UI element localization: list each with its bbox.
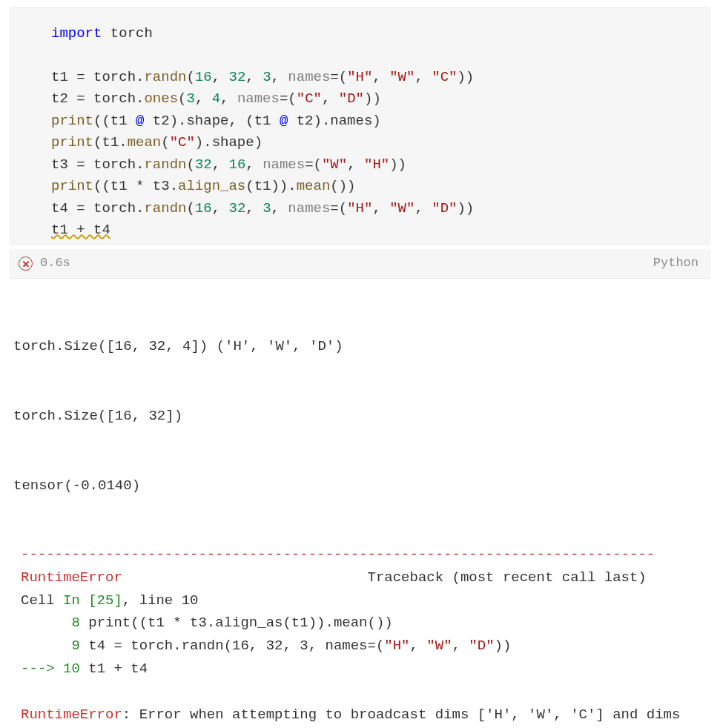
code-line[interactable]: t4 = torch.randn(16, 32, 3, names=("H", … [51,198,701,219]
token: @ [280,113,288,129]
code-line[interactable]: print((t1 * t3.align_as(t1)).mean()) [51,176,701,197]
traceback-blank [21,681,707,704]
kernel-name[interactable]: Python [653,254,698,273]
code-line[interactable]: t1 = torch.randn(16, 32, 3, names=("H", … [51,67,701,88]
token: , [271,200,288,216]
token: 3 [262,69,271,85]
token: )) [457,69,474,85]
token: ( [186,200,194,216]
token: "D" [432,200,457,216]
token: , [195,90,212,107]
traceback-msg: RuntimeError: Error when attempting to b… [21,704,707,728]
token: = [76,69,85,85]
token: , [372,69,389,85]
stdout-line: torch.Size([16, 32]) [13,405,710,428]
token: = [76,90,85,107]
token: "H" [347,69,372,85]
token: (t1. [93,134,128,150]
token: t2 [51,90,76,107]
token: , [212,156,229,173]
token: = [76,200,85,216]
code-line[interactable]: t3 = torch.randn(32, 16, names=("W", "H"… [51,154,701,176]
token: 32 [229,200,246,216]
token: t1 [51,69,76,85]
stdout-line: torch.Size([16, 32, 4]) ('H', 'W', 'D') [13,335,710,358]
token: )) [364,90,381,107]
token: mean [297,178,331,194]
token: "H" [364,156,389,173]
traceback-output: ----------------------------------------… [21,543,707,728]
token: names [262,156,305,173]
traceback-header: RuntimeError Traceback (most recent call… [21,566,707,589]
token: t4 [51,200,76,216]
traceback-cell: Cell In [25], line 10 [21,589,707,612]
token: "C" [297,90,322,107]
token: align_as [178,178,245,194]
token: torch. [85,200,145,216]
traceback-line-8: 8 print((t1 * t3.align_as(t1)).mean()) [21,612,707,635]
token: = [76,156,85,173]
code-line[interactable]: t1 + t4 [51,219,701,241]
token: , [220,90,237,107]
token: ones [144,90,178,107]
token: torch [110,25,153,42]
token: "H" [347,200,372,216]
token: , [245,156,262,173]
token: "W" [322,156,347,173]
token: 3 [186,90,194,107]
token: print [51,178,93,194]
token: torch. [85,69,145,85]
stdout-output: torch.Size([16, 32, 4]) ('H', 'W', 'D') … [13,289,710,521]
token: )) [389,156,406,173]
token: 32 [195,156,212,173]
token: 16 [229,156,246,173]
token: t2).shape, (t1 [144,113,279,129]
token: 32 [229,69,246,85]
token: t3 [51,156,76,173]
code-cell[interactable]: import torch t1 = torch.randn(16, 32, 3,… [10,7,710,245]
token: = [280,90,288,107]
token: "D" [339,90,364,107]
token: torch. [85,90,145,107]
token: "W" [389,69,415,85]
code-line[interactable]: t2 = torch.ones(3, 4, names=("C", "D")) [51,88,701,110]
token: "C" [170,134,195,150]
token: t2).names) [288,113,380,129]
token: ((t1 [93,113,136,129]
token: , [245,69,262,85]
token: ( [314,156,322,173]
token: 16 [195,200,212,216]
token: ()) [330,178,355,194]
traceback-line-9: 9 t4 = torch.randn(16, 32, 3, names=("H"… [21,635,707,658]
code-line[interactable]: import torch [51,23,701,44]
traceback-divider: ----------------------------------------… [21,543,707,566]
token: names [288,69,330,85]
token: )) [457,200,474,216]
token: print [51,113,93,129]
code-line[interactable]: print((t1 @ t2).shape, (t1 @ t2).names) [51,110,701,132]
token: randn [144,200,186,216]
status-left: 0.6s [19,254,70,273]
token: ( [161,134,169,150]
code-line[interactable]: print(t1.mean("C").shape) [51,132,701,153]
token: randn [144,69,186,85]
token: ( [186,69,194,85]
token: , [415,200,432,216]
token: ((t1 [93,178,136,194]
token: t3. [144,178,178,194]
token: * [136,178,144,194]
token: mean [128,134,162,150]
token: , [212,69,229,85]
traceback-line-10: ---> 10 t1 + t4 [21,658,707,681]
token: ( [186,156,194,173]
exec-time: 0.6s [40,254,70,273]
token: ).shape) [195,134,262,150]
token: randn [144,156,186,173]
token: 16 [195,69,212,85]
token: print [51,134,93,150]
token: import [51,25,110,42]
token: , [415,69,432,85]
token: ( [178,90,186,107]
token: , [271,69,288,85]
code-line[interactable] [51,44,701,66]
